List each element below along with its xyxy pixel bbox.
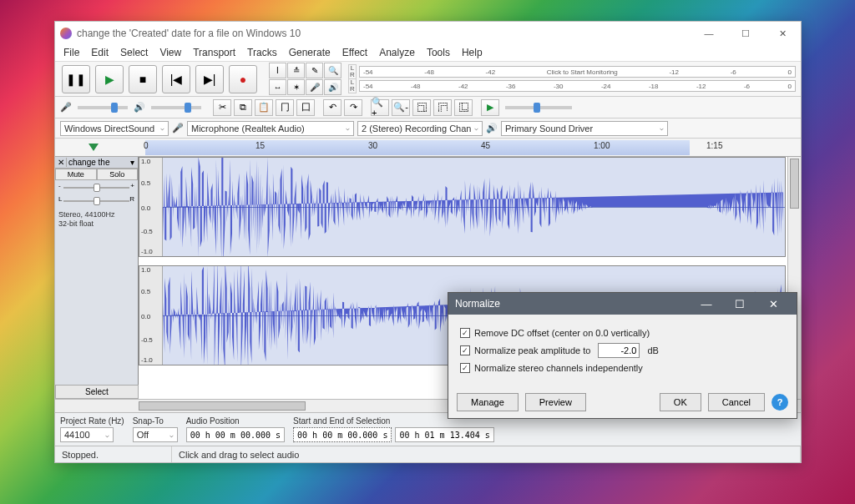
play-button[interactable]: ▶ (95, 65, 124, 93)
timeline-ruler[interactable]: 0 15 30 45 1:00 1:15 (55, 139, 801, 157)
close-button[interactable]: ✕ (764, 22, 801, 45)
normalize-stereo-checkbox[interactable]: ✓Normalize stereo channels independently (460, 363, 785, 373)
playback-meter[interactable]: -54-48-42-36-30-24-18-12-60 (359, 80, 796, 92)
mic-level-icon[interactable]: 🎤 (306, 79, 323, 95)
menu-analyze[interactable]: Analyze (374, 45, 420, 61)
mic-device-icon: 🎤 (172, 123, 184, 134)
multi-tool-icon[interactable]: ✶ (287, 79, 305, 95)
cancel-button[interactable]: Cancel (708, 393, 765, 411)
fit-selection-icon[interactable]: ⿹ (412, 99, 431, 116)
menu-tools[interactable]: Tools (422, 45, 455, 61)
toolbar-device-row: Windows DirectSound 🎤 Microphone (Realte… (55, 118, 801, 139)
menu-file[interactable]: File (58, 45, 84, 61)
minimize-button[interactable]: — (691, 22, 727, 45)
audio-position-field[interactable]: 00 h 00 m 00.000 s (186, 427, 285, 442)
dialog-maximize-icon[interactable]: ☐ (723, 298, 756, 310)
track-close-icon[interactable]: ✕ (55, 158, 67, 167)
record-button[interactable]: ● (229, 65, 257, 93)
timeshift-tool-icon[interactable]: ↔ (269, 79, 286, 95)
selection-start-field[interactable]: 00 h 00 m 00.000 s (293, 427, 392, 442)
mic-icon: 🎤 (60, 102, 72, 113)
trim-icon[interactable]: ⼌ (276, 99, 294, 116)
normalize-peak-checkbox[interactable]: ✓Normalize peak amplitude to dB (460, 343, 785, 358)
gain-slider[interactable]: - + (58, 182, 134, 194)
selection-end-field[interactable]: 00 h 01 m 13.404 s (395, 427, 493, 442)
zoom-toggle-icon[interactable]: ⿺ (454, 99, 473, 116)
paste-icon[interactable]: 📋 (255, 99, 273, 116)
manage-button[interactable]: Manage (457, 393, 519, 411)
skip-end-button[interactable]: ▶| (195, 65, 224, 93)
peak-amplitude-input[interactable] (598, 343, 640, 358)
track-control-panel: ✕ change the ▾ Mute Solo - + L R Stereo,… (55, 157, 139, 401)
dialog-minimize-icon[interactable]: — (690, 298, 723, 310)
envelope-tool-icon[interactable]: ≛ (287, 63, 305, 78)
play-at-speed-icon[interactable]: ▶ (481, 99, 499, 116)
toolbar-edit-row: 🎤 🔊 ✂ ⧉ 📋 ⼌ ⼞ ↶ ↷ 🔍+ 🔍- ⿹ ⿸ ⿺ ▶ (55, 97, 801, 118)
menu-edit[interactable]: Edit (86, 45, 114, 61)
dialog-titlebar[interactable]: Normalize — ☐ ✕ (448, 293, 797, 315)
help-icon[interactable]: ? (772, 394, 788, 411)
project-rate-combo[interactable]: 44100 (60, 427, 114, 442)
zoom-tool-icon[interactable]: 🔍 (324, 63, 341, 78)
track-format: Stereo, 44100Hz 32-bit float (55, 209, 138, 230)
menu-help[interactable]: Help (457, 45, 488, 61)
rec-channels-combo[interactable]: 2 (Stereo) Recording Chan (357, 121, 483, 136)
track-name[interactable]: change the (67, 158, 126, 167)
rec-device-combo[interactable]: Microphone (Realtek Audio) (187, 121, 354, 136)
recording-meter[interactable]: -54-48-42 Click to Start Monitoring -12-… (359, 66, 796, 78)
menu-generate[interactable]: Generate (284, 45, 336, 61)
undo-icon[interactable]: ↶ (323, 99, 341, 116)
pan-slider[interactable]: L R (58, 195, 134, 207)
menu-tracks[interactable]: Tracks (242, 45, 282, 61)
playhead-icon[interactable] (89, 144, 99, 151)
fit-project-icon[interactable]: ⿸ (433, 99, 452, 116)
amp-scale: 1.0 0.5 0.0 -0.5 -1.0 (139, 266, 163, 365)
waveform-left[interactable]: 1.0 0.5 0.0 -0.5 -1.0 (139, 157, 786, 257)
maximize-button[interactable]: ☐ (727, 22, 764, 45)
speaker-level-icon[interactable]: 🔊 (324, 79, 341, 95)
stop-button[interactable]: ■ (129, 65, 157, 93)
meters: LR -54-48-42 Click to Start Monitoring -… (343, 63, 801, 95)
mute-button[interactable]: Mute (55, 169, 97, 180)
copy-icon[interactable]: ⧉ (234, 99, 252, 116)
tool-palette: I ≛ ✎ 🔍 ↔ ✶ 🎤 🔊 (267, 61, 343, 97)
rec-volume-slider[interactable] (78, 106, 128, 109)
solo-button[interactable]: Solo (97, 169, 139, 180)
dialog-close-icon[interactable]: ✕ (756, 298, 790, 310)
snap-to-label: Snap-To (133, 416, 178, 426)
skip-start-button[interactable]: |◀ (162, 65, 190, 93)
play-volume-slider[interactable] (151, 106, 201, 109)
menubar: File Edit Select View Transport Tracks G… (55, 45, 801, 62)
menu-transport[interactable]: Transport (188, 45, 240, 61)
play-device-combo[interactable]: Primary Sound Driver (501, 121, 668, 136)
silence-icon[interactable]: ⼞ (296, 99, 315, 116)
audio-host-combo[interactable]: Windows DirectSound (60, 121, 169, 136)
menu-select[interactable]: Select (115, 45, 153, 61)
snap-to-combo[interactable]: Off (133, 427, 178, 442)
track-menu-icon[interactable]: ▾ (126, 158, 138, 167)
cut-icon[interactable]: ✂ (213, 99, 231, 116)
normalize-dialog: Normalize — ☐ ✕ ✓Remove DC offset (cente… (448, 292, 797, 419)
zoom-in-icon[interactable]: 🔍+ (371, 99, 389, 116)
status-hint: Click and drag to select audio (172, 446, 801, 462)
preview-button[interactable]: Preview (525, 393, 586, 411)
remove-dc-offset-checkbox[interactable]: ✓Remove DC offset (center on 0.0 vertica… (460, 328, 785, 338)
selection-tool-icon[interactable]: I (269, 63, 286, 78)
track-select-button[interactable]: Select (55, 385, 139, 399)
menu-view[interactable]: View (154, 45, 186, 61)
speaker-icon: 🔊 (134, 102, 145, 113)
zoom-out-icon[interactable]: 🔍- (392, 99, 410, 116)
menu-effect[interactable]: Effect (337, 45, 372, 61)
draw-tool-icon[interactable]: ✎ (306, 63, 323, 78)
ok-button[interactable]: OK (660, 393, 701, 411)
amp-scale: 1.0 0.5 0.0 -0.5 -1.0 (139, 158, 163, 256)
play-speed-slider[interactable] (505, 106, 572, 109)
rec-lr-icon: LR (348, 64, 357, 79)
project-rate-label: Project Rate (Hz) (60, 416, 124, 426)
dialog-title: Normalize (455, 298, 690, 310)
pause-button[interactable]: ❚❚ (62, 65, 90, 93)
redo-icon[interactable]: ↷ (344, 99, 362, 116)
speaker-device-icon: 🔊 (486, 123, 498, 134)
statusbar: Stopped. Click and drag to select audio (55, 446, 801, 462)
status-state: Stopped. (55, 446, 172, 462)
